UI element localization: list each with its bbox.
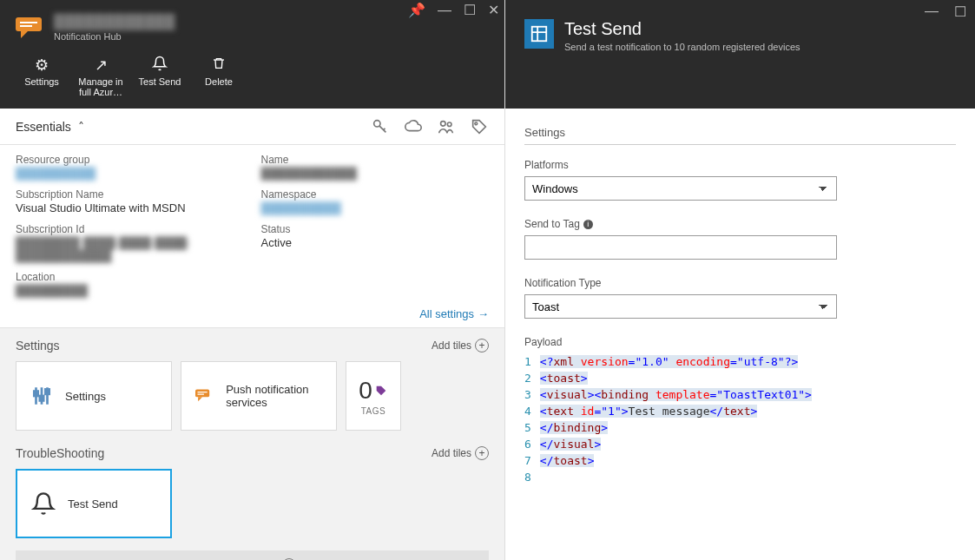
right-subtitle: Send a test notification to 10 random re… — [564, 42, 800, 52]
status-label: Status — [261, 223, 490, 235]
essentials-actions — [371, 117, 489, 136]
essentials-body: Resource group ██████████ Subscription N… — [0, 145, 504, 328]
testsend-label: Test Send — [139, 76, 181, 87]
push-icon — [195, 385, 214, 406]
namespace-label: Namespace — [261, 188, 490, 201]
code-body[interactable]: <?xml version="1.0" encoding="utf-8"?><t… — [540, 353, 812, 485]
status-value: Active — [261, 236, 490, 249]
users-icon[interactable] — [437, 117, 456, 136]
cloud-icon[interactable] — [404, 117, 423, 136]
notification-type-label: Notification Type — [524, 277, 956, 289]
name-label: Name — [261, 154, 490, 166]
send-to-tag-input[interactable] — [524, 235, 837, 260]
add-tiles-label: Add tiles — [432, 339, 471, 352]
payload-label: Payload — [524, 336, 956, 348]
bell-icon — [134, 56, 186, 73]
chevron-up-icon: ˄ — [78, 120, 84, 134]
svg-rect-1 — [20, 22, 37, 23]
tile-push-services[interactable]: Push notification services — [181, 361, 337, 431]
svg-point-5 — [447, 122, 451, 126]
svg-rect-0 — [16, 17, 42, 31]
troubleshoot-section-title: TroubleShooting — [16, 446, 104, 460]
add-tiles-label-2: Add tiles — [432, 447, 471, 459]
send-to-tag-label: Send to Tag — [524, 218, 580, 230]
platforms-label: Platforms — [524, 159, 956, 171]
tag-icon[interactable] — [470, 117, 489, 136]
svg-rect-2 — [20, 25, 32, 27]
toolbar: ⚙ Settings ↗ Manage in full Azur… Test S… — [16, 56, 489, 97]
tile-settings-label: Settings — [65, 390, 106, 403]
svg-point-3 — [374, 120, 380, 126]
svg-rect-12 — [197, 394, 203, 395]
tags-count: 0 — [359, 377, 372, 405]
settings-button[interactable]: ⚙ Settings — [16, 56, 68, 97]
external-link-icon: ↗ — [75, 56, 127, 73]
notification-type-select[interactable]: Toast — [524, 294, 837, 319]
settings-header: Settings — [524, 126, 956, 145]
tile-test-send-label: Test Send — [68, 497, 118, 511]
test-send-header-icon — [524, 19, 554, 49]
svg-rect-10 — [195, 390, 209, 398]
bell-outline-icon — [31, 491, 56, 516]
essentials-title: Essentials — [16, 120, 71, 134]
hub-subtitle: Notification Hub — [54, 31, 489, 42]
add-tiles-troubleshoot[interactable]: Add tiles + — [432, 446, 489, 460]
svg-point-4 — [441, 121, 445, 126]
essentials-bar[interactable]: Essentials ˄ — [0, 109, 504, 145]
tag-small-icon — [374, 384, 388, 398]
namespace-value[interactable]: ██████████ — [261, 201, 490, 214]
maximize-icon-r[interactable]: ☐ — [954, 3, 966, 20]
sliders-icon — [30, 385, 53, 407]
tile-push-label: Push notification services — [226, 383, 322, 409]
svg-rect-7 — [34, 392, 37, 396]
arrow-right-icon: → — [478, 307, 489, 320]
sections-area: Settings Add tiles + Settings Push notif… — [0, 328, 504, 560]
delete-button[interactable]: Delete — [193, 56, 245, 97]
settings-label: Settings — [24, 76, 59, 87]
resource-group-value[interactable]: ██████████ — [16, 167, 244, 180]
info-icon[interactable]: i — [583, 220, 593, 229]
add-tiles-settings[interactable]: Add tiles + — [432, 339, 489, 352]
right-pane: — ☐ Test Send Send a test notification t… — [505, 0, 975, 560]
svg-point-6 — [475, 122, 478, 124]
left-pane: 📌 — ☐ ✕ ████████████ Notification Hub ⚙ … — [0, 0, 505, 560]
location-label: Location — [16, 271, 244, 283]
add-section-button[interactable]: Add a section + — [16, 550, 489, 560]
platforms-select[interactable]: Windows — [524, 176, 837, 201]
tile-settings[interactable]: Settings — [16, 361, 172, 431]
tile-tags[interactable]: 0 TAGS — [346, 361, 401, 431]
manage-label: Manage in full Azur… — [78, 76, 122, 97]
plus-icon-2: + — [475, 446, 489, 460]
payload-editor[interactable]: 12345678 <?xml version="1.0" encoding="u… — [524, 353, 956, 485]
hub-title: ████████████ — [54, 14, 489, 30]
manage-button[interactable]: ↗ Manage in full Azur… — [75, 56, 127, 97]
tile-test-send[interactable]: Test Send — [16, 469, 172, 538]
location-value: █████████ — [16, 284, 244, 297]
tags-caption: TAGS — [361, 406, 385, 416]
subscription-name-value: Visual Studio Ultimate with MSDN — [16, 201, 244, 214]
hub-logo-icon — [16, 16, 45, 40]
svg-rect-9 — [45, 389, 49, 393]
name-value: ████████████ — [261, 167, 490, 180]
left-header: 📌 — ☐ ✕ ████████████ Notification Hub ⚙ … — [0, 0, 504, 109]
minimize-icon-r[interactable]: — — [925, 3, 939, 20]
form-body: Settings Platforms Windows Send to Tag i… — [505, 109, 975, 520]
trash-icon — [193, 56, 245, 73]
plus-icon: + — [475, 339, 489, 352]
delete-label: Delete — [205, 76, 233, 87]
subscription-id-value: ████████-████-████-████-████████████ — [16, 236, 244, 262]
svg-rect-8 — [40, 396, 43, 400]
all-settings-text: All settings — [419, 307, 474, 320]
svg-rect-13 — [532, 27, 547, 42]
subscription-id-label: Subscription Id — [16, 223, 244, 235]
test-send-button[interactable]: Test Send — [134, 56, 186, 97]
all-settings-link[interactable]: All settings → — [419, 307, 489, 320]
code-gutter: 12345678 — [524, 353, 540, 485]
keys-icon[interactable] — [371, 117, 390, 136]
gear-icon: ⚙ — [16, 56, 68, 73]
subscription-name-label: Subscription Name — [16, 188, 244, 201]
resource-group-label: Resource group — [16, 154, 244, 166]
right-header: — ☐ Test Send Send a test notification t… — [505, 0, 975, 109]
right-title: Test Send — [564, 19, 800, 39]
close-icon[interactable]: ✕ — [488, 3, 499, 17]
